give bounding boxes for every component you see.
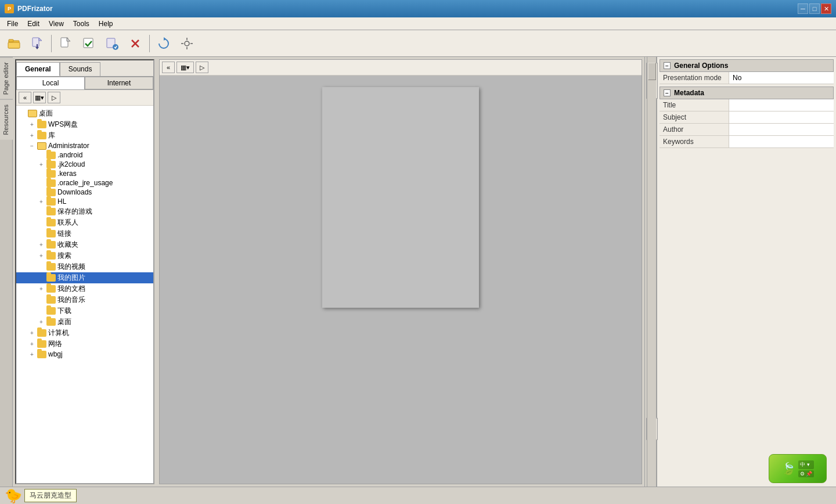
preview-area bbox=[160, 75, 642, 484]
toolbar-new-btn[interactable] bbox=[55, 33, 76, 54]
prop-value-keywords[interactable] bbox=[729, 136, 834, 147]
main-toolbar bbox=[0, 30, 836, 57]
maximize-button[interactable]: □ bbox=[809, 3, 820, 14]
collapse-toggle-meta[interactable]: − bbox=[664, 89, 671, 96]
main-layout: Page editor Resources General Sounds Loc… bbox=[0, 57, 836, 487]
tree-item-wbgj[interactable]: + wbgj bbox=[16, 350, 153, 359]
tree-item-downloads[interactable]: Downloads bbox=[16, 188, 153, 197]
menu-edit[interactable]: Edit bbox=[23, 19, 44, 29]
widget-btn-1[interactable]: 中 ▾ bbox=[798, 460, 814, 469]
left-panel: General Sounds Local Internet « ▦▾ ▷ 桌面 … bbox=[15, 59, 154, 484]
collapse-toggle[interactable]: − bbox=[664, 62, 671, 69]
prop-value-presentation[interactable]: No bbox=[729, 72, 834, 84]
page-editor-label[interactable]: Page editor bbox=[0, 57, 13, 99]
sub-tab-internet[interactable]: Internet bbox=[85, 77, 153, 89]
center-view-opt[interactable]: ▦▾ bbox=[176, 62, 194, 73]
general-options-title: General Options bbox=[674, 62, 728, 70]
tree-item-network[interactable]: + 网络 bbox=[16, 339, 153, 350]
tree-item-contacts[interactable]: 联系人 bbox=[16, 217, 153, 228]
tree-item-desktop2[interactable]: + 桌面 bbox=[16, 316, 153, 327]
tree-item-favorites[interactable]: + 收藏夹 bbox=[16, 239, 153, 250]
prop-name-title: Title bbox=[660, 99, 729, 111]
menu-file[interactable]: File bbox=[2, 19, 23, 29]
toolbar-import-btn[interactable] bbox=[27, 33, 48, 54]
tab-sounds[interactable]: Sounds bbox=[60, 62, 101, 76]
tree-item-computer[interactable]: + 计算机 bbox=[16, 327, 153, 339]
tree-item-desktop-root[interactable]: 桌面 bbox=[16, 108, 153, 119]
toolbar-settings-btn[interactable] bbox=[176, 33, 197, 54]
tree-item-hl[interactable]: + HL bbox=[16, 197, 153, 206]
folder-icon bbox=[46, 151, 56, 159]
panel-nav-back[interactable]: « bbox=[19, 92, 31, 103]
prop-value-title[interactable] bbox=[729, 99, 834, 111]
tree-item-my-videos[interactable]: 我的视频 bbox=[16, 261, 153, 272]
svg-marker-6 bbox=[35, 47, 39, 49]
tree-item-android[interactable]: .android bbox=[16, 150, 153, 160]
folder-icon bbox=[46, 307, 56, 315]
sub-tab-local[interactable]: Local bbox=[16, 77, 85, 89]
right-scroll-area: Document Page bbox=[644, 57, 656, 487]
expand-icon bbox=[37, 219, 45, 227]
resources-label[interactable]: Resources bbox=[0, 99, 13, 140]
tree-item-keras[interactable]: .keras bbox=[16, 169, 153, 178]
prop-name-author: Author bbox=[660, 124, 729, 135]
folder-icon bbox=[37, 329, 46, 337]
minimize-button[interactable]: ─ bbox=[798, 3, 808, 14]
center-scrollbar[interactable] bbox=[647, 57, 656, 487]
prop-row-presentation: Presentation mode No bbox=[660, 72, 834, 84]
metadata-header[interactable]: − Metadata bbox=[660, 87, 834, 99]
folder-icon bbox=[46, 160, 56, 168]
expand-icon: + bbox=[37, 252, 45, 260]
toolbar-refresh-btn[interactable] bbox=[153, 33, 174, 54]
tree-item-dl[interactable]: 下载 bbox=[16, 305, 153, 316]
scroll-thumb[interactable] bbox=[648, 63, 656, 80]
toolbar-check-btn[interactable] bbox=[78, 33, 99, 54]
folder-icon bbox=[46, 230, 56, 238]
open-folder-icon bbox=[7, 37, 21, 51]
menu-help[interactable]: Help bbox=[94, 19, 118, 29]
widget-settings-icon[interactable]: ⚙ bbox=[800, 471, 805, 477]
corner-widget[interactable]: 🍃 中 ▾ ⚙ 📌 bbox=[769, 454, 827, 483]
close-button[interactable]: ✕ bbox=[821, 3, 831, 14]
expand-icon bbox=[37, 208, 45, 216]
prop-name-keywords: Keywords bbox=[660, 136, 729, 147]
panel-add[interactable]: ▷ bbox=[48, 92, 60, 103]
sub-tabs: Local Internet bbox=[16, 77, 153, 90]
prop-value-author[interactable] bbox=[729, 124, 834, 135]
menu-tools[interactable]: Tools bbox=[69, 19, 94, 29]
menu-view[interactable]: View bbox=[44, 19, 69, 29]
toolbar-delete-btn[interactable] bbox=[125, 33, 146, 54]
tree-item-wps[interactable]: + WPS网盘 bbox=[16, 119, 153, 130]
folder-icon bbox=[46, 208, 56, 216]
panel-view-options[interactable]: ▦▾ bbox=[33, 92, 46, 103]
file-tree: 桌面 + WPS网盘 + 库 − Adm bbox=[16, 106, 153, 483]
tree-item-my-pictures[interactable]: 我的图片 bbox=[16, 272, 153, 283]
widget-pin-icon[interactable]: 📌 bbox=[806, 471, 812, 477]
tree-item-search[interactable]: + 搜索 bbox=[16, 250, 153, 261]
tree-item-lib[interactable]: + 库 bbox=[16, 130, 153, 141]
panel-tabs: General Sounds bbox=[16, 60, 153, 77]
center-nav-back[interactable]: « bbox=[162, 62, 175, 73]
toolbar-open-btn[interactable] bbox=[3, 33, 24, 54]
folder-icon bbox=[46, 188, 56, 196]
tab-general[interactable]: General bbox=[16, 62, 60, 76]
center-add[interactable]: ▷ bbox=[196, 62, 208, 73]
prop-value-subject[interactable] bbox=[729, 111, 834, 123]
tree-item-my-docs[interactable]: + 我的文档 bbox=[16, 283, 153, 294]
tree-item-saved-games[interactable]: 保存的游戏 bbox=[16, 206, 153, 217]
tree-item-jk2cloud[interactable]: + .jk2cloud bbox=[16, 160, 153, 169]
menu-bar: File Edit View Tools Help bbox=[0, 17, 836, 30]
expand-icon bbox=[37, 179, 45, 187]
toolbar-export-btn[interactable] bbox=[102, 33, 122, 54]
page-preview bbox=[322, 87, 479, 308]
tree-item-links[interactable]: 链接 bbox=[16, 228, 153, 239]
svg-rect-3 bbox=[33, 38, 39, 46]
delete-icon bbox=[128, 37, 142, 51]
prop-name-presentation: Presentation mode bbox=[660, 72, 729, 84]
svg-rect-1 bbox=[9, 39, 13, 42]
leaf-icon: 🍃 bbox=[781, 462, 796, 476]
tree-item-my-music[interactable]: 我的音乐 bbox=[16, 294, 153, 305]
general-options-header[interactable]: − General Options bbox=[660, 59, 834, 72]
tree-item-administrator[interactable]: − Administrator bbox=[16, 141, 153, 150]
tree-item-oracle[interactable]: .oracle_jre_usage bbox=[16, 178, 153, 188]
